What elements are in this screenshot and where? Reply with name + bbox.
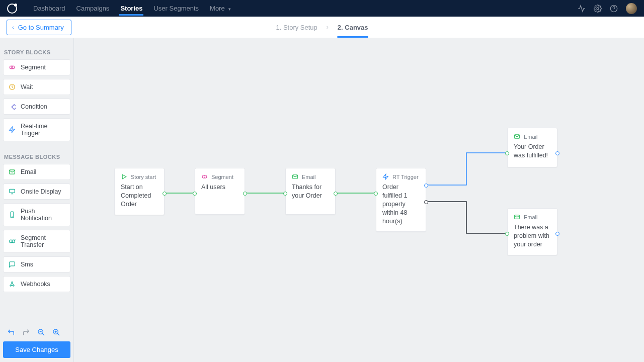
block-label: Real-time Trigger (21, 123, 65, 137)
node-email-fulfilled[interactable]: Email Your Order was fulfilled! (507, 128, 557, 167)
go-to-summary-label: Go to Summary (18, 24, 64, 31)
segment-icon (201, 173, 208, 180)
svg-rect-6 (12, 105, 16, 110)
sidebar: STORY BLOCKS Segment Wait Condition Real… (0, 38, 74, 362)
node-body-text: All users (201, 183, 238, 208)
webhook-icon (9, 281, 16, 288)
block-label: Sms (21, 261, 33, 268)
node-email-problem[interactable]: Email There was a problem with your orde… (507, 208, 557, 255)
node-rt-trigger[interactable]: RT Trigger Order fulfilled 1 property wi… (376, 168, 426, 232)
block-condition[interactable]: Condition (3, 99, 70, 115)
port-out-false[interactable] (424, 200, 428, 204)
monitor-icon (9, 188, 16, 195)
redo-icon[interactable] (22, 328, 30, 336)
node-email-thanks[interactable]: Email Thanks for your Order (285, 168, 336, 215)
svg-marker-29 (122, 174, 126, 179)
email-icon (514, 214, 520, 220)
story-blocks-heading: STORY BLOCKS (4, 49, 70, 55)
block-label: Onsite Display (21, 188, 61, 195)
node-segment[interactable]: Segment All users (195, 168, 245, 215)
avatar[interactable] (626, 3, 637, 14)
port-in[interactable] (374, 192, 378, 196)
go-to-summary-button[interactable]: ‹ Go to Summary (7, 20, 71, 35)
transfer-icon (9, 238, 16, 245)
chevron-left-icon: ‹ (12, 24, 14, 30)
node-body-text: Order fulfilled 1 property within 48 hou… (382, 183, 420, 225)
svg-point-18 (12, 282, 13, 283)
mobile-icon (9, 211, 16, 218)
sub-header: ‹ Go to Summary 1. Story Setup › 2. Canv… (0, 17, 644, 38)
nav-campaigns[interactable]: Campaigns (71, 1, 115, 16)
block-label: Webhooks (21, 281, 50, 288)
zoom-out-icon[interactable] (37, 328, 45, 336)
canvas[interactable]: Story start Start on Completed Order Seg… (74, 38, 644, 362)
condition-icon (9, 103, 16, 110)
block-label: Push Notification (21, 208, 65, 222)
bolt-icon (9, 126, 16, 133)
logo-icon (7, 4, 17, 14)
nav-user-segments[interactable]: User Segments (148, 1, 204, 16)
zoom-in-icon[interactable] (52, 328, 60, 336)
segment-icon (9, 64, 16, 71)
port-out[interactable] (243, 192, 247, 196)
block-wait[interactable]: Wait (3, 79, 70, 95)
port-in[interactable] (283, 192, 287, 196)
step-canvas[interactable]: 2. Canvas (338, 24, 368, 37)
node-type-label: Email (302, 174, 316, 180)
email-icon (514, 133, 520, 140)
nav-more-label: More (210, 5, 225, 12)
port-out[interactable] (163, 192, 167, 196)
svg-point-0 (597, 8, 599, 10)
block-label: Segment Transfer (21, 234, 65, 248)
block-webhooks[interactable]: Webhooks (3, 276, 70, 292)
block-push-notification[interactable]: Push Notification (3, 203, 70, 226)
gear-icon[interactable] (590, 5, 606, 13)
node-type-label: Segment (211, 174, 233, 180)
nav-stories[interactable]: Stories (115, 1, 147, 16)
nav-dashboard[interactable]: Dashboard (28, 1, 70, 16)
activity-icon[interactable] (574, 5, 590, 13)
block-label: Segment (21, 64, 46, 71)
svg-point-17 (13, 285, 14, 286)
block-sms[interactable]: Sms (3, 256, 70, 273)
chat-icon (9, 261, 16, 268)
svg-line-23 (57, 333, 59, 335)
node-type-label: Story start (131, 174, 156, 180)
save-changes-button[interactable]: Save Changes (3, 341, 70, 358)
nav-more[interactable]: More ▾ (205, 1, 236, 16)
port-in[interactable] (193, 192, 197, 196)
email-icon (9, 168, 16, 175)
svg-rect-9 (10, 189, 15, 193)
port-out[interactable] (334, 192, 338, 196)
port-out[interactable] (555, 151, 559, 155)
port-out[interactable] (555, 232, 559, 236)
svg-point-16 (10, 285, 11, 286)
block-realtime-trigger[interactable]: Real-time Trigger (3, 118, 70, 141)
svg-marker-33 (383, 174, 388, 179)
top-nav: Dashboard Campaigns Stories User Segment… (0, 0, 644, 17)
block-segment[interactable]: Segment (3, 59, 70, 75)
help-icon[interactable] (606, 5, 622, 13)
play-icon (121, 173, 127, 180)
node-type-label: Email (524, 134, 538, 140)
block-label: Email (21, 168, 36, 175)
wait-icon (9, 83, 16, 90)
block-segment-transfer[interactable]: Segment Transfer (3, 230, 70, 253)
chevron-right-icon: › (327, 24, 329, 31)
svg-rect-12 (11, 212, 14, 218)
node-type-label: RT Trigger (392, 174, 419, 180)
block-email[interactable]: Email (3, 164, 70, 180)
chevron-down-icon: ▾ (228, 7, 231, 12)
message-blocks-heading: MESSAGE BLOCKS (4, 154, 70, 160)
port-in[interactable] (505, 232, 509, 236)
port-out-true[interactable] (424, 184, 428, 188)
node-story-start[interactable]: Story start Start on Completed Order (114, 168, 165, 215)
block-onsite-display[interactable]: Onsite Display (3, 184, 70, 200)
step-story-setup[interactable]: 1. Story Setup (276, 24, 317, 31)
wizard-steps: 1. Story Setup › 2. Canvas (276, 24, 368, 31)
block-label: Wait (21, 83, 33, 90)
undo-icon[interactable] (7, 328, 15, 336)
port-in[interactable] (505, 151, 509, 155)
node-body-text: Start on Completed Order (121, 183, 158, 209)
node-type-label: Email (524, 214, 538, 220)
